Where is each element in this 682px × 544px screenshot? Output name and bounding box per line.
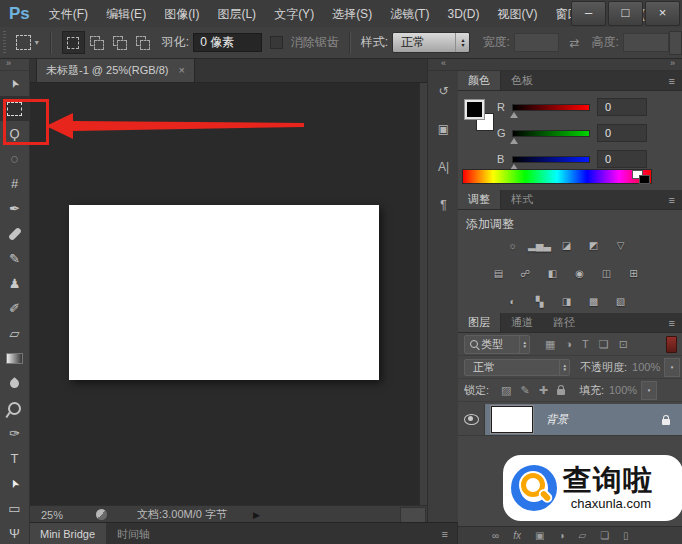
- invert-icon[interactable]: ◐: [502, 293, 523, 309]
- layer-thumbnail[interactable]: [491, 406, 533, 433]
- status-options-arrow-icon[interactable]: ▶: [253, 510, 260, 520]
- menu-item-view[interactable]: 视图(V): [488, 1, 546, 27]
- eraser-tool-button[interactable]: ▱: [0, 321, 29, 346]
- menu-item-select[interactable]: 选择(S): [323, 1, 381, 27]
- menu-item-file[interactable]: 文件(F): [40, 1, 97, 27]
- type-tool-button[interactable]: T: [0, 446, 29, 471]
- panel-menu-icon[interactable]: ≡: [669, 190, 682, 209]
- paragraph-panel-icon[interactable]: ¶: [428, 194, 459, 216]
- feather-input[interactable]: 0 像素: [193, 33, 262, 52]
- color-balance-icon[interactable]: ☍: [515, 265, 536, 281]
- new-group-icon[interactable]: ▱: [578, 530, 586, 541]
- tool-preset-picker[interactable]: ▾: [11, 33, 44, 52]
- brush-tool-button[interactable]: ✎: [0, 246, 29, 271]
- maximize-button[interactable]: □: [608, 1, 643, 26]
- panel-menu-icon[interactable]: ≡: [669, 313, 682, 332]
- menu-item-layer[interactable]: 图层(L): [208, 1, 265, 27]
- red-slider[interactable]: [512, 104, 590, 111]
- opacity-dropdown-button[interactable]: ▾: [664, 358, 680, 377]
- path-selection-tool-button[interactable]: ➤: [0, 471, 29, 496]
- foreground-color-swatch[interactable]: [464, 99, 485, 120]
- canvas-scrollbar[interactable]: [419, 82, 427, 505]
- layer-filtering-toggle[interactable]: [666, 336, 677, 353]
- intersect-selection-button[interactable]: [131, 31, 154, 54]
- tab-styles[interactable]: 样式: [501, 190, 543, 209]
- panel-menu-icon[interactable]: ≡: [669, 71, 682, 90]
- quick-selection-tool-button[interactable]: ◌: [0, 146, 29, 171]
- green-slider[interactable]: [512, 130, 590, 137]
- swap-dimensions-icon[interactable]: ⇄: [569, 36, 579, 50]
- filter-type-dropdown[interactable]: 类型 ▴▾: [464, 335, 530, 354]
- add-layer-mask-icon[interactable]: ▣: [535, 530, 544, 541]
- channel-mixer-icon[interactable]: ◫: [596, 265, 617, 281]
- photo-filter-icon[interactable]: ◉: [569, 265, 590, 281]
- document-tab[interactable]: 未标题-1 @ 25%(RGB/8) ×: [36, 58, 195, 82]
- tab-adjustments[interactable]: 调整: [458, 190, 501, 209]
- slider-thumb[interactable]: [510, 138, 518, 144]
- tab-paths[interactable]: 路径: [543, 313, 585, 332]
- new-layer-icon[interactable]: ❏: [600, 530, 609, 541]
- visibility-cell[interactable]: [458, 404, 485, 435]
- curves-icon[interactable]: ◪: [556, 237, 577, 253]
- lock-all-icon[interactable]: [557, 389, 565, 395]
- tools-panel-collapse[interactable]: »: [0, 58, 29, 71]
- menu-item-type[interactable]: 文字(Y): [265, 1, 323, 27]
- tab-mini-bridge[interactable]: Mini Bridge: [29, 523, 106, 544]
- move-tool-button[interactable]: ➤: [0, 71, 29, 96]
- filter-shape-layers-icon[interactable]: ❏: [599, 338, 609, 351]
- properties-panel-icon[interactable]: ▣: [428, 118, 459, 140]
- red-value-input[interactable]: 0: [597, 98, 647, 116]
- tab-timeline[interactable]: 时间轴: [106, 523, 161, 544]
- filter-pixel-layers-icon[interactable]: ▦: [545, 338, 555, 351]
- color-lookup-icon[interactable]: ⊞: [623, 265, 644, 281]
- layer-style-icon[interactable]: fx: [513, 530, 521, 541]
- dock-collapse-control[interactable]: »: [458, 58, 682, 71]
- minimize-button[interactable]: –: [571, 1, 606, 26]
- background-layer-row[interactable]: 背景: [458, 404, 682, 436]
- menu-item-image[interactable]: 图像(I): [155, 1, 208, 27]
- clone-stamp-tool-button[interactable]: ♟: [0, 271, 29, 296]
- selective-color-icon[interactable]: ▧: [610, 293, 631, 309]
- canvas-area[interactable]: [29, 82, 427, 505]
- new-adjustment-layer-icon[interactable]: ◑: [558, 530, 564, 541]
- zoom-level[interactable]: 25%: [41, 509, 63, 521]
- dock-expand-control[interactable]: «: [428, 58, 459, 71]
- add-to-selection-button[interactable]: [85, 31, 108, 54]
- lock-position-icon[interactable]: ✚: [539, 384, 548, 397]
- menu-item-filter[interactable]: 滤镜(T): [381, 1, 438, 27]
- fill-value[interactable]: 100%: [609, 384, 641, 396]
- posterize-icon[interactable]: ▚: [529, 293, 550, 309]
- link-layers-icon[interactable]: ∞: [492, 530, 499, 541]
- gradient-tool-button[interactable]: [0, 346, 29, 371]
- close-tab-icon[interactable]: ×: [178, 64, 184, 76]
- lock-image-pixels-icon[interactable]: ✎: [520, 384, 529, 397]
- levels-icon[interactable]: ▂▅▃: [529, 237, 550, 253]
- black-white-icon[interactable]: ◧: [542, 265, 563, 281]
- hand-tool-button[interactable]: Ψ: [0, 521, 29, 544]
- width-input[interactable]: [514, 33, 560, 52]
- blend-mode-dropdown[interactable]: 正常 ▴▾: [464, 359, 570, 376]
- filter-adjustment-layers-icon[interactable]: ◑: [565, 338, 572, 351]
- rectangle-tool-button[interactable]: ▭: [0, 496, 29, 521]
- pen-tool-button[interactable]: ✑: [0, 421, 29, 446]
- new-selection-button[interactable]: [62, 31, 85, 54]
- delete-layer-icon[interactable]: ▯: [623, 530, 629, 541]
- filter-smart-objects-icon[interactable]: ⊡: [619, 338, 628, 351]
- subtract-from-selection-button[interactable]: [108, 31, 131, 54]
- blue-value-input[interactable]: 0: [597, 150, 647, 168]
- tab-layers[interactable]: 图层: [458, 313, 501, 332]
- opacity-value[interactable]: 100%: [632, 361, 664, 373]
- filter-type-layers-icon[interactable]: T: [582, 338, 589, 351]
- dodge-tool-button[interactable]: [0, 396, 29, 421]
- crop-tool-button[interactable]: #: [0, 171, 29, 196]
- adobe-drive-icon[interactable]: [96, 509, 107, 520]
- document-canvas[interactable]: [69, 205, 379, 380]
- options-bar-edge-button[interactable]: [669, 31, 682, 55]
- tab-swatches[interactable]: 色板: [501, 71, 543, 90]
- selected-layer[interactable]: 背景: [485, 404, 682, 435]
- height-input[interactable]: [623, 33, 669, 52]
- lock-transparent-pixels-icon[interactable]: ▨: [501, 384, 511, 397]
- options-bar-grip[interactable]: [3, 31, 6, 55]
- black-swatch[interactable]: [639, 175, 650, 184]
- gradient-map-icon[interactable]: ▩: [583, 293, 604, 309]
